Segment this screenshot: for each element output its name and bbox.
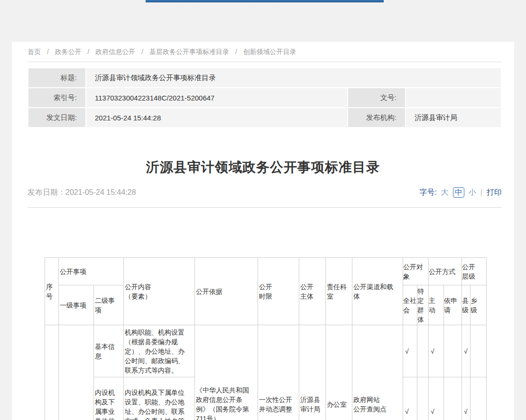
cell-department: 办公室 xyxy=(326,325,352,420)
col-header-serial: 序 号 xyxy=(45,258,59,325)
page-viewport: 首页 / 政务公开 / 政府信息公开 / 基层政务公开事项标准目录 / 创新领域… xyxy=(0,0,526,420)
tools-divider: | xyxy=(480,188,482,197)
publish-date-value: 2021-05-24 15:44:28 xyxy=(65,188,136,196)
meta-row-title: 标题: 沂源县审计领域政务公开事项标准目录 xyxy=(28,68,501,87)
print-button[interactable]: 打印 xyxy=(487,188,502,198)
breadcrumb-separator: / xyxy=(88,48,90,55)
cell-time-limit: 一次性公开 并动态调整 xyxy=(258,325,299,420)
cell-township-check xyxy=(471,325,487,377)
meta-title-label: 标题: xyxy=(28,68,85,87)
article-divider xyxy=(28,207,502,208)
article-title: 沂源县审计领域政务公开事项标准目录 xyxy=(12,158,514,176)
catalog-table: 序 号 公开事项 公开内容 （要素） 公开依据 公开 时限 公开 主体 责任科 … xyxy=(45,257,487,420)
breadcrumb-separator: / xyxy=(47,48,49,55)
col-header-township: 乡 级 xyxy=(471,285,487,325)
col-header-subject: 公开 主体 xyxy=(299,258,326,325)
breadcrumb-item-government-affairs[interactable]: 政务公开 xyxy=(55,48,82,55)
breadcrumb-item-grassroots-catalog[interactable]: 基层政务公开事项标准目录 xyxy=(149,48,229,55)
cell-on-request-check xyxy=(444,377,462,420)
meta-date-label: 发文日期: xyxy=(28,108,85,127)
font-size-medium-button[interactable]: 中 xyxy=(453,187,464,198)
col-header-proactive: 主 动 xyxy=(429,285,444,325)
meta-title-value: 沂源县审计领域政务公开事项标准目录 xyxy=(86,68,501,87)
cell-whole-society-check: √ xyxy=(403,377,417,420)
col-header-specific-group: 特 定 群 体 xyxy=(417,285,429,325)
catalog-header-row-1: 序 号 公开事项 公开内容 （要素） 公开依据 公开 时限 公开 主体 责任科 … xyxy=(45,258,487,285)
font-size-tools: 字号: 大 中 小 | 打印 xyxy=(419,187,502,198)
breadcrumb-separator: / xyxy=(141,48,143,55)
cell-county-check: √ xyxy=(462,325,471,377)
col-header-target: 公开对 象 xyxy=(403,258,429,285)
cell-whole-society-check: √ xyxy=(403,325,417,377)
meta-row-index: 索引号: 11370323004223148C/2021-5200647 文号: xyxy=(28,88,501,107)
breadcrumb-item-home[interactable]: 首页 xyxy=(28,48,41,55)
meta-index-value: 11370323004223148C/2021-5200647 xyxy=(86,88,347,107)
cell-level1-item xyxy=(59,325,94,420)
col-header-channel: 公开渠道和载 体 xyxy=(352,258,403,325)
cell-specific-group-check xyxy=(417,325,429,377)
cell-township-check xyxy=(471,377,487,420)
col-header-time-limit: 公开 时限 xyxy=(258,258,299,325)
cell-level2-item: 内设机 构及下 属事业 单位信 息 xyxy=(94,377,124,420)
cell-basis: 《中华人民共和国 政府信息公开条 例》（国务院令第 711号） xyxy=(195,325,258,420)
font-size-label: 字号: xyxy=(419,188,436,198)
cell-subject: 沂源县 审计局 xyxy=(299,325,326,420)
col-header-whole-society: 全社 会 xyxy=(403,285,417,325)
cell-specific-group-check xyxy=(417,377,429,420)
col-header-level1-item: 一级事项 xyxy=(59,285,94,325)
col-header-level2-item: 二级事 项 xyxy=(94,285,124,325)
cell-level2-item: 基本信 息 xyxy=(94,325,124,377)
cell-proactive-check: √ xyxy=(429,325,444,377)
col-header-content: 公开内容 （要素） xyxy=(124,258,195,325)
catalog-row-basic-info: 基本信 息 机构职能、机构设置 （根据县委编办规 定）、办公地址、办 公时间、邮… xyxy=(45,325,487,377)
col-header-disclosure-item: 公开事项 xyxy=(59,258,124,285)
meta-docno-label: 文号: xyxy=(348,88,405,107)
cell-proactive-check: √ xyxy=(429,377,444,420)
article-meta-bar: 发布日期：2021-05-24 15:44:28 字号: 大 中 小 | 打印 xyxy=(28,186,502,199)
content-panel: 首页 / 政务公开 / 政府信息公开 / 基层政务公开事项标准目录 / 创新领域… xyxy=(12,42,514,420)
meta-agency-value: 沂源县审计局 xyxy=(406,108,501,127)
top-nav-active-indicator xyxy=(146,0,384,2)
publish-date-label: 发布日期： xyxy=(28,188,65,196)
cell-serial xyxy=(45,325,59,420)
breadcrumb-item-innovation-catalog[interactable]: 创新领域公开目录 xyxy=(243,48,296,55)
breadcrumb-divider xyxy=(28,62,502,62)
meta-agency-label: 发布机构: xyxy=(348,108,405,127)
cell-county-check: √ xyxy=(462,377,471,420)
col-header-department: 责任科 室 xyxy=(326,258,352,325)
cell-on-request-check xyxy=(444,325,462,377)
meta-docno-value xyxy=(406,88,501,107)
font-size-large-button[interactable]: 大 xyxy=(441,188,449,198)
meta-date-value: 2021-05-24 15:44:28 xyxy=(86,108,347,127)
font-size-small-button[interactable]: 小 xyxy=(469,188,476,198)
document-meta-table: 标题: 沂源县审计领域政务公开事项标准目录 索引号: 1137032300422… xyxy=(28,67,502,128)
breadcrumb: 首页 / 政务公开 / 政府信息公开 / 基层政务公开事项标准目录 / 创新领域… xyxy=(28,48,296,56)
meta-index-label: 索引号: xyxy=(28,88,85,107)
meta-row-date: 发文日期: 2021-05-24 15:44:28 发布机构: 沂源县审计局 xyxy=(28,108,501,127)
breadcrumb-separator: / xyxy=(235,48,237,55)
col-header-method: 公开方式 xyxy=(429,258,462,285)
col-header-county: 县 级 xyxy=(462,285,471,325)
col-header-basis: 公开依据 xyxy=(195,258,258,325)
col-header-level: 公开 层级 xyxy=(462,258,487,285)
publish-date: 发布日期：2021-05-24 15:44:28 xyxy=(28,188,136,198)
breadcrumb-item-gov-info-disclosure[interactable]: 政府信息公开 xyxy=(95,48,135,55)
cell-content: 内设机构及下属单位 设置、职能、办公地 址、办公时间、联系 方式、负责人姓名等 … xyxy=(124,377,195,420)
cell-channel: 政府网站 公开查阅点 xyxy=(352,325,403,420)
col-header-on-request: 依申 请 xyxy=(444,285,462,325)
cell-content: 机构职能、机构设置 （根据县委编办规 定）、办公地址、办 公时间、邮政编码、 联… xyxy=(124,325,195,377)
